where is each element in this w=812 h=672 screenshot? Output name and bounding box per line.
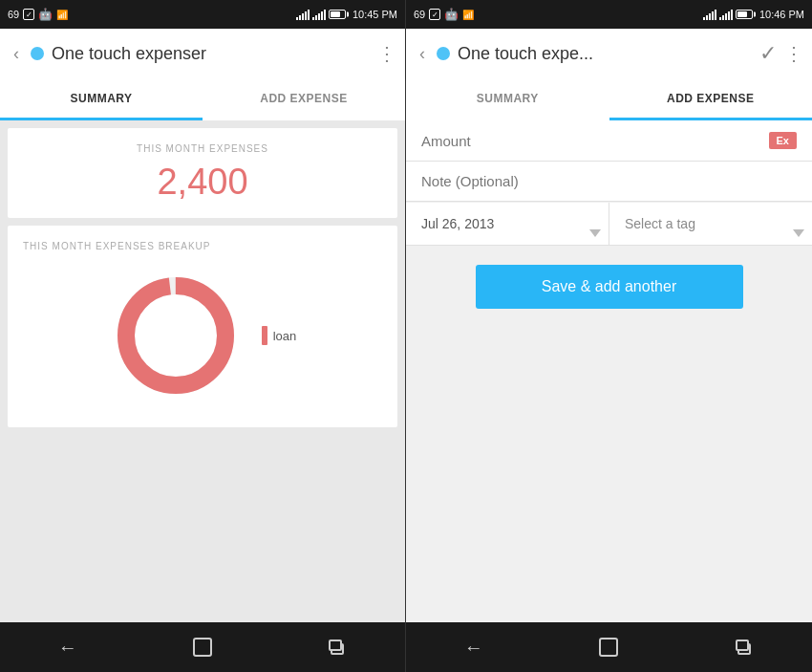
svg-point-1 [126, 286, 225, 385]
recent-icon-right [736, 639, 753, 655]
tab-add-expense-right[interactable]: ADD EXPENSE [609, 78, 813, 120]
time-left: 10:45 PM [353, 9, 397, 20]
battery-percent-right: 69 [414, 9, 425, 20]
menu-button-right[interactable]: ⋮ [784, 42, 802, 65]
signal-icon2-right [719, 9, 733, 20]
battery-icon-right [736, 10, 753, 19]
ex-badge: Ex [769, 132, 797, 149]
nav-bar-left: ← [0, 622, 405, 672]
app-dot-left [31, 47, 44, 60]
tabs-left: SUMMARY ADD EXPENSE [0, 78, 405, 120]
tab-summary-left[interactable]: SUMMARY [0, 78, 203, 120]
check-icon-right [429, 9, 440, 20]
right-screen: 69 🤖 📶 10:46 PM [406, 0, 812, 672]
add-expense-form: Ex Jul 26, 2013 Select a tag Save & add … [406, 120, 812, 622]
tabs-right: SUMMARY ADD EXPENSE [406, 78, 812, 120]
signal-icon-right [703, 9, 716, 20]
battery-percent-left: 69 [8, 9, 19, 20]
app-dot-right [437, 47, 450, 60]
tab-add-expense-left[interactable]: ADD EXPENSE [203, 78, 405, 120]
signal-icon2-left [312, 9, 326, 20]
donut-chart [109, 269, 243, 402]
nav-recent-left[interactable] [313, 628, 361, 666]
time-right: 10:46 PM [759, 9, 804, 20]
left-screen: 69 🤖 📶 10:45 PM [0, 0, 406, 672]
status-bar-left: 69 🤖 📶 10:45 PM [0, 0, 405, 29]
date-value: Jul 26, 2013 [421, 216, 494, 231]
summary-content: THIS MONTH EXPENSES 2,400 THIS MONTH EXP… [0, 120, 405, 622]
android-icon-left: 🤖 [38, 8, 53, 21]
appbar-right: ‹ One touch expe... ✓ ⋮ [406, 29, 812, 78]
note-row [406, 162, 812, 202]
legend-dot [262, 326, 267, 345]
back-button-right[interactable]: ‹ [416, 40, 429, 68]
app-title-right: One touch expe... [458, 44, 752, 64]
home-icon-right [599, 638, 618, 657]
this-month-label: THIS MONTH EXPENSES [23, 143, 382, 154]
signal-icon-left [296, 9, 310, 20]
battery-icon-left [329, 10, 346, 19]
android-icon-right: 🤖 [444, 8, 459, 21]
check-button-right[interactable]: ✓ [759, 41, 777, 66]
nav-home-right[interactable] [585, 628, 632, 666]
nav-back-right[interactable]: ← [450, 628, 498, 666]
amount-input[interactable] [421, 133, 761, 149]
nav-back-left[interactable]: ← [44, 628, 92, 666]
donut-container: loan [23, 259, 382, 412]
nav-home-left[interactable] [179, 628, 226, 666]
recent-icon-left [329, 639, 346, 655]
date-tag-row: Jul 26, 2013 Select a tag [406, 203, 812, 246]
breakup-card: THIS MONTH EXPENSES BREAKUP loan [8, 226, 397, 427]
monthly-amount: 2,400 [23, 162, 382, 203]
check-icon-left [23, 9, 34, 20]
app-title-left: One touch expenser [52, 44, 370, 64]
legend-label: loan [273, 329, 297, 343]
tab-summary-right[interactable]: SUMMARY [406, 78, 609, 120]
appbar-left: ‹ One touch expenser ⋮ [0, 29, 405, 78]
wifi-icon-right: 📶 [462, 10, 474, 20]
wifi-icon-left: 📶 [56, 10, 68, 20]
nav-recent-right[interactable] [720, 628, 768, 666]
date-picker[interactable]: Jul 26, 2013 [406, 203, 609, 245]
breakup-label: THIS MONTH EXPENSES BREAKUP [23, 241, 382, 251]
amount-row: Ex [406, 120, 812, 162]
menu-button-left[interactable]: ⋮ [377, 42, 395, 65]
back-button-left[interactable]: ‹ [10, 40, 23, 68]
save-add-another-button[interactable]: Save & add another [476, 265, 743, 309]
legend: loan [262, 326, 297, 345]
nav-bar-right: ← [406, 622, 812, 672]
save-btn-container: Save & add another [406, 246, 812, 328]
date-dropdown-arrow [589, 229, 601, 237]
tag-selector[interactable]: Select a tag [609, 203, 812, 245]
status-bar-right: 69 🤖 📶 10:46 PM [406, 0, 812, 29]
home-icon-left [193, 638, 212, 657]
note-input[interactable] [421, 173, 797, 189]
monthly-expenses-card: THIS MONTH EXPENSES 2,400 [8, 128, 397, 218]
tag-placeholder: Select a tag [625, 216, 695, 231]
tag-dropdown-arrow [793, 229, 804, 237]
